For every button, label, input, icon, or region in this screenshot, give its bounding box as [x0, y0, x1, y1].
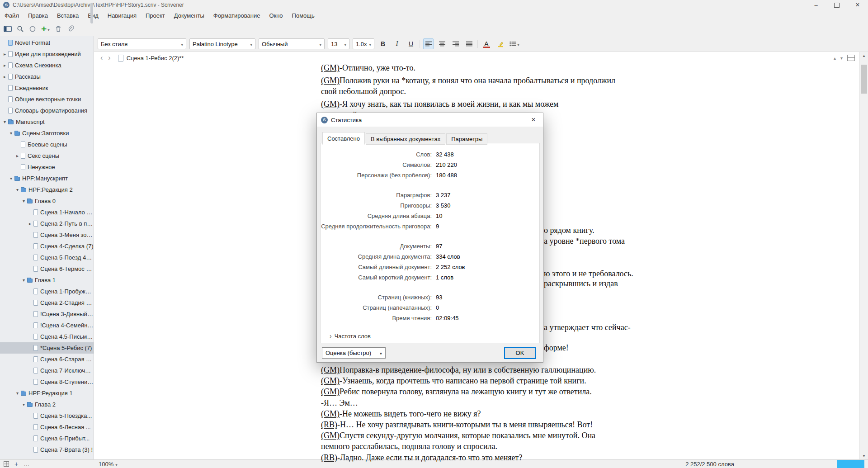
text-color-button[interactable]: A: [481, 38, 492, 49]
forward-button[interactable]: ›: [105, 54, 113, 62]
menu-item[interactable]: Документы: [170, 10, 209, 22]
binder-item[interactable]: Сцена 7-Исключени...: [0, 365, 94, 376]
binder-item[interactable]: HPF:Редакция 1: [0, 388, 94, 399]
binder-item[interactable]: Сцена 6-Лесная ...: [0, 421, 94, 433]
binder-item[interactable]: Сцена 1-Пробужден...: [0, 286, 94, 297]
next-document-button[interactable]: ▾: [840, 56, 843, 61]
binder-toggle-button[interactable]: [4, 23, 12, 35]
binder-item[interactable]: Novel Format: [0, 37, 94, 48]
footer-add-button[interactable]: [14, 460, 18, 468]
ok-button[interactable]: OK: [504, 347, 536, 359]
binder-item[interactable]: *Сцена 5-Ребис (7): [0, 342, 94, 354]
scroll-down-icon[interactable]: ▾: [860, 452, 868, 459]
disclosure-arrow-icon[interactable]: [8, 176, 14, 181]
binder-item[interactable]: Общие векторные точки: [0, 94, 94, 105]
menu-item[interactable]: Окно: [264, 10, 287, 22]
binder-item[interactable]: !Сцена 3-Дивный Де...: [0, 308, 94, 320]
menu-item[interactable]: Вставка: [52, 10, 83, 22]
font-select[interactable]: Palatino Linotype: [189, 38, 255, 49]
binder-item[interactable]: Сцена 5-Поездка...: [0, 410, 94, 421]
disclosure-arrow-icon[interactable]: [14, 187, 20, 192]
binder-item[interactable]: Боевые сцены: [0, 139, 94, 150]
attachments-button[interactable]: [67, 23, 74, 35]
binder-item[interactable]: Рассказы: [0, 71, 94, 82]
maximize-button[interactable]: [826, 0, 847, 10]
binder-item[interactable]: Словарь форматирования: [0, 105, 94, 116]
highlight-button[interactable]: [495, 38, 506, 49]
menu-item[interactable]: Помощь: [288, 10, 319, 22]
line-spacing-select[interactable]: 1.0x: [353, 38, 374, 49]
font-size-select[interactable]: 13: [328, 38, 349, 49]
dialog-tab[interactable]: В выбранных документах: [366, 133, 445, 145]
align-right-button[interactable]: [450, 38, 461, 49]
back-button[interactable]: ‹: [98, 54, 105, 62]
editor-scrollbar[interactable]: ▴ ▾: [859, 52, 868, 459]
binder-item[interactable]: Сцена 6-Старая шко...: [0, 354, 94, 365]
disclosure-arrow-icon[interactable]: [14, 391, 20, 396]
disclosure-arrow-icon[interactable]: [2, 52, 8, 57]
binder-item[interactable]: Сцена 7-Врата (3) !: [0, 444, 94, 455]
add-item-button[interactable]: [41, 23, 50, 35]
binder-item[interactable]: Сцена 2-Путь в парк...: [0, 218, 94, 229]
binder-item[interactable]: Сцена 2-Стадия Пер...: [0, 297, 94, 308]
dialog-tab[interactable]: Составлено: [322, 132, 365, 145]
binder-item[interactable]: Сцена 6-Прибыт...: [0, 433, 94, 444]
binder-item[interactable]: Схема Снежинка: [0, 60, 94, 71]
menu-item[interactable]: Правка: [24, 10, 52, 22]
compose-mode-button[interactable]: [29, 23, 36, 35]
disclosure-arrow-icon[interactable]: [21, 199, 27, 203]
disclosure-arrow-icon[interactable]: [27, 221, 33, 226]
italic-button[interactable]: I: [392, 38, 402, 49]
disclosure-arrow-icon[interactable]: [2, 63, 8, 68]
binder-item[interactable]: Сцена 8-Ступени шк...: [0, 376, 94, 388]
split-editor-icon[interactable]: [847, 55, 855, 61]
binder-item[interactable]: Сцены:Заготовки: [0, 128, 94, 139]
footer-grid-icon[interactable]: [4, 461, 9, 467]
binder-item[interactable]: Сцена 3-Меня зовут...: [0, 229, 94, 241]
binder-item[interactable]: Сцена 4.5-Письмо (0): [0, 331, 94, 342]
font-variant-select[interactable]: Обычный: [259, 38, 325, 49]
binder-scrollbar-thumb[interactable]: [90, 3, 93, 24]
binder-item[interactable]: Глава 2: [0, 399, 94, 410]
binder-item[interactable]: Сцена 6-Термос и Л...: [0, 263, 94, 274]
align-center-button[interactable]: [437, 38, 447, 49]
align-justify-button[interactable]: [464, 38, 474, 49]
binder-item[interactable]: Глава 1: [0, 274, 94, 286]
estimate-method-select[interactable]: Оценка (быстро): [322, 347, 386, 359]
style-select[interactable]: Без стиля: [98, 38, 186, 49]
disclosure-arrow-icon[interactable]: [2, 119, 8, 124]
search-button[interactable]: [17, 23, 24, 35]
footer-more-button[interactable]: [24, 460, 30, 468]
binder-item[interactable]: Сцена 1-Начало (8): [0, 207, 94, 218]
disclosure-arrow-icon[interactable]: [21, 402, 27, 407]
trash-button[interactable]: [55, 23, 62, 35]
binder-item[interactable]: HPF:Редакция 2: [0, 184, 94, 195]
close-button[interactable]: [847, 0, 868, 10]
bold-button[interactable]: B: [377, 38, 388, 49]
disclosure-arrow-icon[interactable]: [14, 153, 20, 158]
binder-item[interactable]: Глава 0: [0, 195, 94, 207]
binder-item[interactable]: Manuscript: [0, 116, 94, 128]
scroll-up-icon[interactable]: ▴: [860, 52, 868, 59]
dialog-close-button[interactable]: [524, 113, 543, 127]
binder-item[interactable]: !Сцена 4-Семейные ...: [0, 320, 94, 331]
disclosure-arrow-icon[interactable]: [21, 278, 27, 283]
binder-item[interactable]: Ненужное: [0, 161, 94, 173]
previous-document-button[interactable]: ▴: [834, 56, 836, 61]
disclosure-arrow-icon[interactable]: [2, 74, 8, 79]
zoom-select[interactable]: 100%: [99, 460, 118, 468]
binder-item[interactable]: Сцена 4-Сделка (7): [0, 241, 94, 252]
menu-item[interactable]: Навигация: [103, 10, 141, 22]
menu-item[interactable]: Форматирование: [209, 10, 265, 22]
binder-item[interactable]: Ежедневник: [0, 82, 94, 94]
dialog-tab[interactable]: Параметры: [446, 133, 487, 145]
binder-item[interactable]: Идеи для произведений: [0, 48, 94, 60]
menu-item[interactable]: Проект: [141, 10, 170, 22]
binder-item[interactable]: HPF:Манускрипт: [0, 173, 94, 184]
scrollbar-thumb[interactable]: [861, 65, 867, 94]
align-left-button[interactable]: [423, 38, 434, 49]
minimize-button[interactable]: [806, 0, 826, 10]
binder-item[interactable]: Сцена 5-Поезд 420 (8): [0, 252, 94, 263]
underline-button[interactable]: U: [406, 38, 416, 49]
binder-item[interactable]: Секс сцены: [0, 150, 94, 161]
